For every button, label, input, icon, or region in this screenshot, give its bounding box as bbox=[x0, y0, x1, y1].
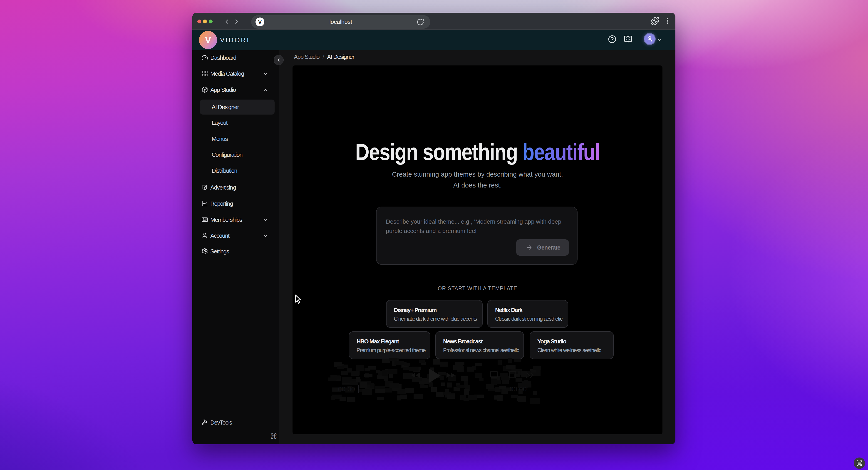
svg-text:00:00: 00:00 bbox=[509, 385, 527, 393]
svg-text:00:00: 00:00 bbox=[338, 385, 355, 393]
